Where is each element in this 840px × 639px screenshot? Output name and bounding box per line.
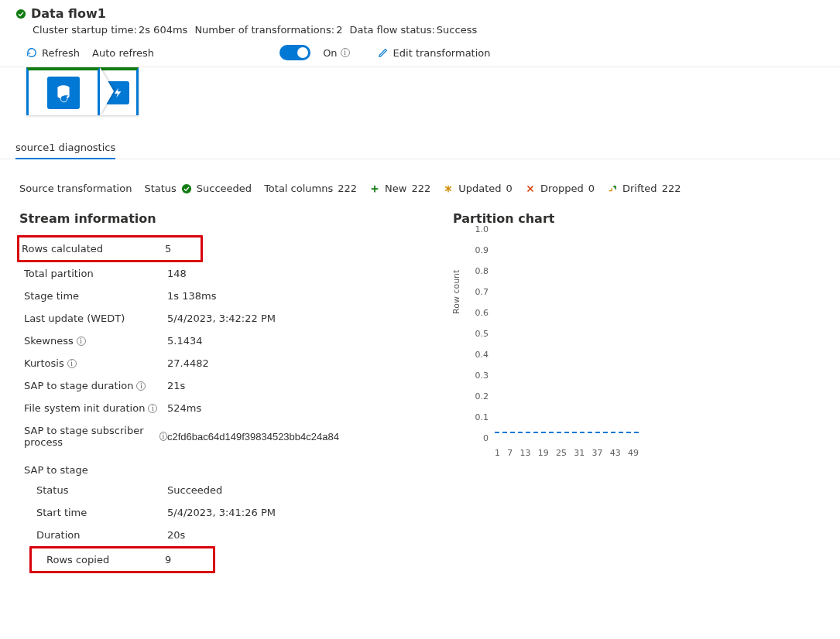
y-tick: 1.0 [475,224,489,234]
plus-icon [369,183,380,194]
refresh-icon [26,47,37,58]
success-check-icon [181,183,192,194]
page-title: Data flow1 [31,6,106,21]
cluster-startup-label: Cluster startup time:2s 604ms [33,24,187,36]
dropped-columns-group: Dropped 0 [525,183,595,194]
chart-data-line [495,432,639,433]
last-update-row: Last update (WEDT) 5/4/2023, 3:42:22 PM [19,307,422,330]
sap-duration-row: Duration 20s [19,524,422,546]
y-tick: 0.5 [475,329,489,339]
chart-y-label: Row count [451,270,461,314]
rows-calculated-row: Rows calculated 5 [17,235,203,262]
x-tick: 31 [574,448,585,458]
info-icon[interactable]: i [136,381,146,391]
sap-to-stage-heading: SAP to stage [19,453,422,479]
toggle-on-label: On i [323,47,349,59]
x-icon [525,183,536,194]
database-icon [53,83,74,103]
rows-copied-row: Rows copied 9 [29,546,215,573]
y-tick: 0.6 [475,308,489,318]
x-tick: 37 [592,448,603,458]
x-tick: 19 [538,448,549,458]
svg-point-0 [16,9,26,18]
flow-status-label: Data flow status:Success [349,24,477,36]
tab-source1-diagnostics[interactable]: source1 diagnostics [15,138,115,159]
svg-point-2 [182,183,191,193]
data-flow-diagram [0,67,840,126]
stage-time-row: Stage time 1s 138ms [19,285,422,307]
x-tick: 25 [556,448,567,458]
info-icon[interactable]: i [148,404,157,413]
asterisk-icon [443,183,454,194]
source-transformation-label: Source transformation [19,183,132,194]
y-tick: 0.2 [475,391,489,402]
new-columns-group: New 222 [369,183,430,194]
auto-refresh-label: Auto refresh [92,47,154,59]
sap-status-row: Status Succeeded [19,479,422,501]
y-tick: 0.1 [475,412,489,422]
y-tick: 0.4 [475,350,489,360]
sap-start-row: Start time 5/4/2023, 3:41:26 PM [19,501,422,524]
sap-subscriber-row: SAP to stage subscriber processi c2fd6ba… [19,419,422,453]
source-node[interactable] [26,67,100,115]
info-icon[interactable]: i [67,359,77,368]
partition-chart: Row count 00.10.20.30.40.50.60.70.80.91.… [453,229,639,446]
fs-init-duration-row: File system init durationi 524ms [19,397,422,419]
edit-transformation-button[interactable]: Edit transformation [378,47,491,59]
sap-stage-duration-row: SAP to stage durationi 21s [19,374,422,397]
success-check-icon [15,9,26,19]
x-tick: 13 [520,448,531,458]
y-tick: 0.7 [475,287,489,297]
x-tick: 49 [628,448,639,458]
x-tick: 7 [507,448,513,458]
stream-info-heading: Stream information [19,211,422,226]
transform-count-label: Number of transformations:2 [194,24,342,36]
x-tick: 1 [495,448,500,458]
pencil-icon [378,47,389,58]
updated-columns-group: Updated 0 [443,183,513,194]
status-group: Status Succeeded [144,183,252,194]
total-columns-group: Total columns 222 [264,183,357,194]
kurtosis-row: Kurtosisi 27.4482 [19,352,422,374]
bolt-icon [112,87,123,98]
y-tick: 0 [483,433,489,443]
refresh-button[interactable]: Refresh [26,47,80,59]
x-tick: 43 [610,448,621,458]
drift-icon [607,183,618,194]
y-tick: 0.9 [475,245,489,255]
info-icon: i [341,48,350,57]
info-icon[interactable]: i [159,432,167,441]
skewness-row: Skewnessi 5.1434 [19,330,422,352]
drifted-columns-group: Drifted 222 [607,183,681,194]
y-tick: 0.3 [475,371,489,381]
info-icon[interactable]: i [77,337,86,346]
total-partition-row: Total partition 148 [19,262,422,285]
auto-refresh-toggle[interactable] [279,45,310,60]
y-tick: 0.8 [475,266,489,276]
